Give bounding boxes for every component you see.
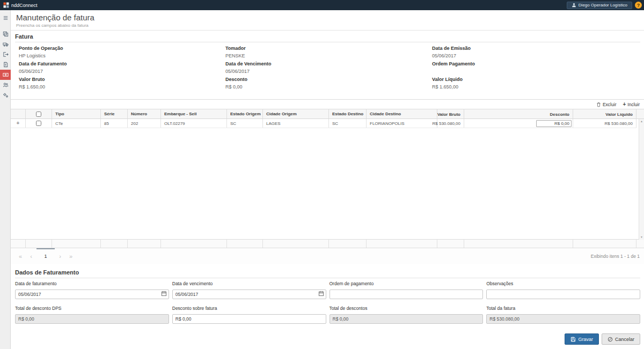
- total-de-descontos-field: Total de descontos: [330, 306, 484, 324]
- field-data-de-vencimento: Data de Vencimento 05/06/2017: [225, 61, 432, 77]
- sidebar-item-users[interactable]: [0, 80, 11, 90]
- field-label: Total de descontos: [330, 306, 484, 311]
- sidebar-item-sign-out[interactable]: [0, 49, 11, 60]
- last-page-button[interactable]: »: [65, 248, 76, 264]
- copy-icon: [3, 31, 9, 37]
- data-vencimento-input[interactable]: [172, 289, 326, 299]
- field-value: R$ 1.650,00: [432, 84, 639, 90]
- fatura-section: Fatura Ponto de Operação HP Logistics To…: [11, 33, 644, 92]
- column-header-estado-origem[interactable]: Estado Origem: [227, 109, 263, 118]
- column-header-valor-liquido[interactable]: Valor Líquido: [573, 109, 636, 118]
- dados-faturamento-section: Dados de Faturamento Data de faturamento…: [11, 269, 644, 345]
- column-header-select: [26, 109, 52, 118]
- brand-logo-icon: [3, 2, 9, 8]
- footer-cell: [11, 240, 26, 248]
- settings-icon: [3, 92, 9, 98]
- field-label: Valor Líquido: [432, 77, 639, 82]
- column-header-desconto[interactable]: Desconto: [464, 109, 573, 118]
- field-label: Ponto de Operação: [19, 46, 225, 51]
- grid-toolbar: Excluir + Incluir: [11, 100, 644, 109]
- footer-cell: [227, 240, 263, 248]
- help-button[interactable]: ?: [635, 2, 642, 9]
- grid-footer-row: [11, 240, 636, 248]
- desconto-sobre-fatura-input[interactable]: [172, 314, 326, 324]
- menu-icon: [3, 15, 9, 21]
- column-header-tipo[interactable]: Tipo: [52, 109, 101, 118]
- prev-page-button[interactable]: ‹: [26, 248, 36, 264]
- field-label: Data de Emissão: [432, 46, 639, 51]
- grid-vertical-scrollbar[interactable]: ▲ ▼: [639, 119, 644, 240]
- gravar-button[interactable]: Gravar: [565, 333, 599, 345]
- observacoes-input[interactable]: [486, 289, 640, 299]
- total-da-fatura-field: Total da fatura: [486, 306, 640, 324]
- field-label: Data de Faturamento: [19, 61, 225, 66]
- first-page-button[interactable]: «: [15, 248, 26, 264]
- table-row[interactable]: + CTe 85 202 OLT.02279 SC LAGES SC FLORI…: [11, 119, 636, 128]
- user-menu-button[interactable]: Diego Operador Logístico: [567, 2, 632, 9]
- data-faturamento-input[interactable]: [15, 289, 169, 299]
- sidebar-item-billing[interactable]: [0, 70, 11, 80]
- field-tomador: Tomador PENSKE: [225, 46, 432, 61]
- cell-estado-origem: SC: [227, 119, 263, 128]
- pager-status: Exibindo itens 1 - 1 de 1: [591, 254, 640, 259]
- cell-tipo: CTe: [52, 119, 101, 128]
- field-value: R$ 1.650,00: [19, 84, 225, 90]
- delete-item-label: Excluir: [603, 102, 617, 107]
- scroll-up-icon[interactable]: ▲: [640, 120, 643, 123]
- column-header-embarque-sell[interactable]: Embarque - Sell: [161, 109, 227, 118]
- field-data-de-emissao: Data de Emissão 05/06/2017: [432, 46, 639, 61]
- user-name: Diego Operador Logístico: [579, 3, 627, 8]
- field-valor-bruto: Valor Bruto R$ 1.650,00: [19, 77, 225, 92]
- sign-out-icon: [3, 51, 9, 57]
- next-page-button[interactable]: ›: [55, 248, 65, 264]
- save-icon: [570, 337, 576, 342]
- current-page[interactable]: 1: [36, 248, 55, 264]
- field-label: Valor Bruto: [19, 77, 225, 82]
- grid-header-row: Tipo Série Número Embarque - Sell Estado…: [11, 109, 636, 118]
- column-header-numero[interactable]: Número: [128, 109, 161, 118]
- desconto-input[interactable]: [536, 120, 572, 127]
- footer-cell: [329, 240, 367, 248]
- plus-icon: +: [623, 101, 626, 107]
- cell-numero: 202: [128, 119, 161, 128]
- truck-icon: [3, 41, 9, 47]
- row-checkbox[interactable]: [36, 121, 41, 126]
- footer-cell: [263, 240, 329, 248]
- column-header-estado-destino[interactable]: Estado Destino: [329, 109, 367, 118]
- sidebar-item-document[interactable]: [0, 60, 11, 70]
- delete-item-button[interactable]: Excluir: [596, 102, 617, 107]
- billing-icon: [3, 72, 9, 78]
- cell-cidade-destino: FLORIANOPOLIS: [367, 119, 437, 128]
- column-header-cidade-origem[interactable]: Cidade Origem: [263, 109, 329, 118]
- scroll-down-icon[interactable]: ▼: [640, 236, 643, 239]
- app-root: nddConnect Diego Operador Logístico ?: [0, 0, 644, 349]
- fatura-info-grid: Ponto de Operação HP Logistics Tomador P…: [11, 42, 644, 92]
- main-content: Manutenção de fatura Preencha os campos …: [11, 10, 644, 349]
- column-header-valor-bruto[interactable]: Valor Bruto: [437, 109, 464, 118]
- field-valor-liquido: Valor Líquido R$ 1.650,00: [432, 77, 639, 92]
- field-value: HP Logistics: [19, 53, 225, 58]
- sidebar-item-truck[interactable]: [0, 39, 11, 49]
- field-value: 05/06/2017: [432, 53, 639, 58]
- sidebar-item-settings[interactable]: [0, 90, 11, 100]
- cancelar-button[interactable]: Cancelar: [602, 333, 640, 345]
- field-value: [432, 69, 639, 74]
- grid-footer: [11, 240, 644, 248]
- calendar-button[interactable]: [318, 290, 325, 297]
- sidebar-item-menu[interactable]: [0, 13, 11, 23]
- field-label: Observações: [486, 281, 640, 286]
- expand-row-button[interactable]: +: [17, 121, 20, 126]
- add-item-button[interactable]: + Incluir: [623, 101, 640, 107]
- column-header-serie[interactable]: Série: [101, 109, 128, 118]
- field-value: 05/06/2017: [225, 69, 432, 74]
- sidebar-item-copy[interactable]: [0, 29, 11, 39]
- ordem-pagamento-input[interactable]: [330, 289, 484, 299]
- select-all-checkbox[interactable]: [36, 112, 41, 117]
- field-label: Data de Vencimento: [225, 61, 432, 66]
- calendar-button[interactable]: [160, 290, 167, 297]
- sidebar: [0, 10, 11, 349]
- field-label: Ordem Pagamento: [432, 61, 639, 66]
- field-ponto-de-operacao: Ponto de Operação HP Logistics: [19, 46, 225, 61]
- page-subtitle: Preencha os campos abaixo da fatura: [16, 23, 644, 28]
- column-header-cidade-destino[interactable]: Cidade Destino: [367, 109, 437, 118]
